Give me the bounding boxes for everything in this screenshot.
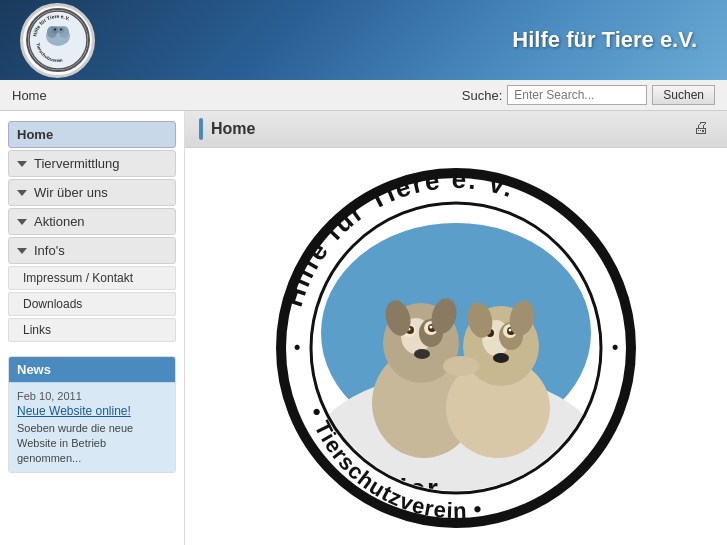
navbar-search: Suche: Suchen bbox=[462, 85, 715, 105]
sidebar: Home Tiervermittlung Wir über uns bbox=[0, 111, 185, 545]
chevron-down-icon bbox=[17, 190, 27, 196]
sidebar-item-links[interactable]: Links bbox=[8, 318, 176, 342]
svg-text:•: • bbox=[294, 337, 300, 357]
sidebar-item-infos[interactable]: Info's bbox=[8, 237, 176, 264]
list-item: Home bbox=[8, 121, 176, 148]
svg-point-31 bbox=[414, 349, 430, 359]
svg-point-41 bbox=[509, 329, 512, 332]
list-item: Impressum / Kontakt bbox=[8, 266, 176, 290]
chevron-down-icon bbox=[17, 219, 27, 225]
sidebar-item-downloads[interactable]: Downloads bbox=[8, 292, 176, 316]
sidebar-item-tiervermittlung[interactable]: Tiervermittlung bbox=[8, 150, 176, 177]
news-box: News Feb 10, 2011 Neue Website online! S… bbox=[8, 356, 176, 473]
content-header: Home 🖨 bbox=[185, 111, 727, 148]
page-title: Home bbox=[211, 120, 255, 138]
news-date: Feb 10, 2011 bbox=[17, 390, 167, 402]
news-item: Feb 10, 2011 Neue Website online! Soeben… bbox=[9, 382, 175, 472]
header-logo: Hilfe für Tiere e.V. Tierschutzverein bbox=[20, 3, 95, 78]
list-item: Downloads bbox=[8, 292, 176, 316]
svg-point-45 bbox=[443, 356, 479, 376]
news-text: Soeben wurde die neue Website in Betrieb… bbox=[17, 422, 133, 464]
list-item: Tiervermittlung bbox=[8, 150, 176, 177]
svg-point-8 bbox=[54, 29, 56, 31]
list-item: Links bbox=[8, 318, 176, 342]
main-logo-svg: Hilfe für Tiere e. V. • Tierschutzverein… bbox=[276, 168, 636, 528]
chevron-down-icon bbox=[17, 248, 27, 254]
content-area: Home 🖨 bbox=[185, 111, 727, 545]
sidebar-item-aktionen[interactable]: Aktionen bbox=[8, 208, 176, 235]
news-link[interactable]: Neue Website online! bbox=[17, 404, 167, 418]
svg-point-9 bbox=[60, 29, 62, 31]
content-title-bar bbox=[199, 118, 203, 140]
svg-text:•: • bbox=[612, 337, 618, 357]
svg-point-28 bbox=[430, 326, 433, 329]
sidebar-item-wir-ueber-uns[interactable]: Wir über uns bbox=[8, 179, 176, 206]
news-header: News bbox=[9, 357, 175, 382]
search-button[interactable]: Suchen bbox=[652, 85, 715, 105]
header: Hilfe für Tiere e.V. Tierschutzverein Hi… bbox=[0, 0, 727, 80]
logo-circle: Hilfe für Tiere e.V. Tierschutzverein bbox=[26, 8, 90, 72]
list-item: Aktionen bbox=[8, 208, 176, 235]
content-title-wrapper: Home bbox=[199, 118, 255, 140]
navbar-home-label[interactable]: Home bbox=[12, 88, 47, 103]
header-title: Hilfe für Tiere e.V. bbox=[512, 27, 697, 53]
list-item: Wir über uns bbox=[8, 179, 176, 206]
print-icon[interactable]: 🖨 bbox=[693, 119, 713, 139]
sidebar-item-home[interactable]: Home bbox=[8, 121, 176, 148]
main-layout: Home Tiervermittlung Wir über uns bbox=[0, 111, 727, 545]
search-label: Suche: bbox=[462, 88, 502, 103]
search-input[interactable] bbox=[507, 85, 647, 105]
list-item: Info's bbox=[8, 237, 176, 264]
sidebar-item-impressum[interactable]: Impressum / Kontakt bbox=[8, 266, 176, 290]
content-body: Hilfe für Tiere e. V. • Tierschutzverein… bbox=[185, 148, 727, 545]
chevron-down-icon bbox=[17, 161, 27, 167]
sidebar-menu: Home Tiervermittlung Wir über uns bbox=[8, 121, 176, 342]
navbar: Home Suche: Suchen bbox=[0, 80, 727, 111]
svg-point-44 bbox=[493, 353, 509, 363]
